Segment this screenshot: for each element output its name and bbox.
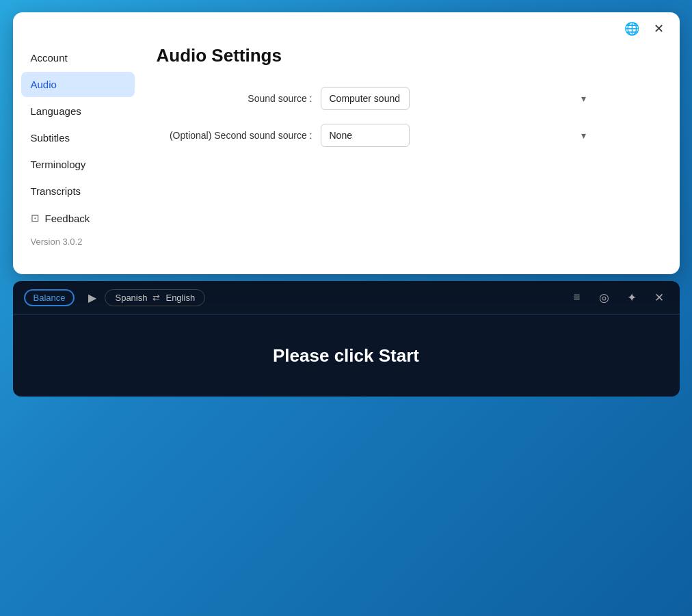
- red-arrow-annotation: [659, 78, 680, 119]
- sidebar-item-languages[interactable]: Languages: [21, 98, 135, 124]
- main-content: Audio Settings Sound source : Computer s…: [143, 38, 680, 260]
- bottom-bar: Balance ▶ Spanish ⇄ English ≡ ◎ ✦ ✕ Plea…: [13, 281, 680, 397]
- sidebar: Account Audio Languages Subtitles Termin…: [13, 38, 143, 260]
- feedback-icon: ⊡: [31, 212, 40, 224]
- language-switcher[interactable]: Spanish ⇄ English: [105, 289, 205, 306]
- sound-source-label: Sound source :: [157, 93, 321, 104]
- close-bottom-icon[interactable]: ✕: [650, 288, 669, 307]
- lang-from: Spanish: [115, 293, 147, 303]
- optional-source-select-wrapper: None Microphone Computer sound: [321, 124, 594, 147]
- sidebar-item-transcripts[interactable]: Transcripts: [21, 178, 135, 204]
- balance-button[interactable]: Balance: [24, 289, 75, 306]
- sidebar-item-label: Account: [31, 52, 68, 64]
- feedback-label: Feedback: [45, 213, 90, 224]
- optional-source-row: (Optional) Second sound source : None Mi…: [157, 124, 652, 147]
- page-title: Audio Settings: [157, 45, 652, 66]
- sidebar-item-label: Terminology: [31, 159, 86, 170]
- pin-icon[interactable]: ✦: [622, 288, 641, 307]
- sound-source-row: Sound source : Computer sound Microphone…: [157, 87, 652, 110]
- bottom-content: Please click Start: [13, 314, 680, 397]
- sidebar-item-label: Languages: [31, 105, 81, 117]
- dialog-header: 🌐 ✕: [13, 12, 680, 38]
- sidebar-item-terminology[interactable]: Terminology: [21, 152, 135, 177]
- sidebar-item-label: Subtitles: [31, 132, 70, 144]
- bottom-toolbar: Balance ▶ Spanish ⇄ English ≡ ◎ ✦ ✕: [13, 281, 680, 314]
- sidebar-item-label: Audio: [31, 79, 57, 90]
- swap-icon: ⇄: [152, 293, 160, 303]
- settings-dialog: 🌐 ✕ Account Audio Languages Subtitles Te…: [13, 12, 680, 274]
- sidebar-item-account[interactable]: Account: [21, 45, 135, 70]
- sound-source-select[interactable]: Computer sound Microphone None: [321, 87, 410, 110]
- list-icon[interactable]: ≡: [568, 288, 587, 307]
- sound-source-select-wrapper: Computer sound Microphone None: [321, 87, 594, 110]
- globe-icon[interactable]: 🌐: [622, 19, 641, 38]
- sidebar-item-subtitles[interactable]: Subtitles: [21, 125, 135, 150]
- close-icon[interactable]: ✕: [650, 19, 669, 38]
- settings-icon[interactable]: ◎: [595, 288, 614, 307]
- version-text: Version 3.0.2: [21, 231, 135, 247]
- lang-to: English: [165, 293, 195, 303]
- dialog-body: Account Audio Languages Subtitles Termin…: [13, 38, 680, 274]
- feedback-button[interactable]: ⊡ Feedback: [21, 205, 135, 231]
- optional-source-select[interactable]: None Microphone Computer sound: [321, 124, 410, 147]
- sidebar-item-label: Transcripts: [31, 185, 81, 197]
- play-button[interactable]: ▶: [88, 291, 96, 304]
- optional-source-label: (Optional) Second sound source :: [157, 130, 321, 141]
- start-text: Please click Start: [273, 345, 419, 366]
- sidebar-item-audio[interactable]: Audio: [21, 72, 135, 97]
- header-icons: 🌐 ✕: [622, 19, 669, 38]
